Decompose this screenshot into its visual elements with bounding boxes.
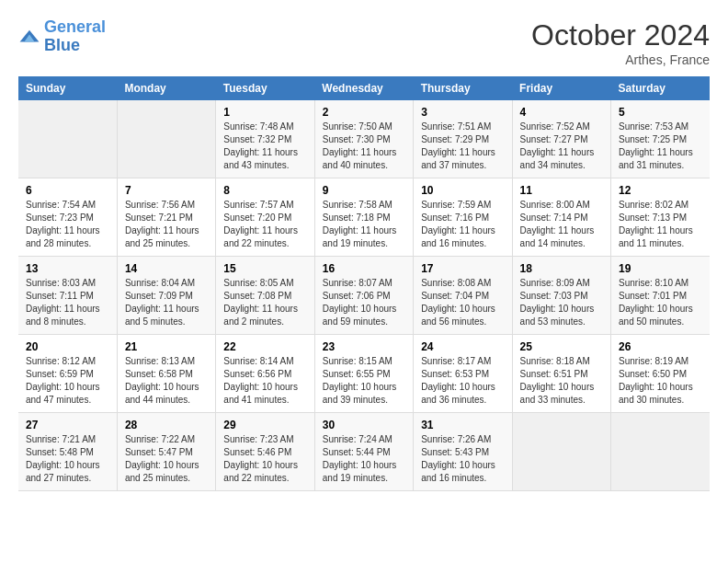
cell-w1-d2 [117, 100, 215, 178]
day-info: Sunrise: 8:08 AMSunset: 7:04 PMDaylight:… [421, 277, 504, 328]
sunset-text: Sunset: 6:59 PM [26, 368, 109, 381]
day-info: Sunrise: 7:52 AMSunset: 7:27 PMDaylight:… [520, 121, 603, 172]
sunset-text: Sunset: 7:32 PM [223, 133, 306, 146]
sunset-text: Sunset: 7:27 PM [520, 133, 603, 146]
day-number: 2 [323, 106, 405, 119]
day-number: 15 [223, 262, 306, 275]
sunrise-text: Sunrise: 7:51 AM [421, 121, 504, 133]
cell-w5-d5: 31Sunrise: 7:26 AMSunset: 5:43 PMDayligh… [414, 413, 512, 491]
sunset-text: Sunset: 7:11 PM [26, 290, 109, 303]
daylight-text: Daylight: 11 hours and 2 minutes. [223, 303, 306, 328]
sunrise-text: Sunrise: 7:58 AM [323, 199, 405, 212]
day-number: 29 [223, 419, 306, 431]
sunset-text: Sunset: 7:13 PM [619, 212, 702, 224]
sunset-text: Sunset: 5:47 PM [125, 446, 208, 459]
day-info: Sunrise: 7:58 AMSunset: 7:18 PMDaylight:… [323, 199, 405, 250]
day-number: 1 [223, 106, 306, 119]
sunset-text: Sunset: 6:55 PM [323, 368, 405, 381]
sunrise-text: Sunrise: 7:56 AM [125, 199, 208, 212]
month-title: October 2024 [531, 18, 710, 52]
daylight-text: Daylight: 10 hours and 53 minutes. [520, 303, 603, 328]
sunset-text: Sunset: 6:50 PM [619, 368, 702, 381]
sunrise-text: Sunrise: 8:08 AM [421, 277, 504, 290]
day-info: Sunrise: 7:22 AMSunset: 5:47 PMDaylight:… [125, 433, 208, 485]
cell-w5-d3: 29Sunrise: 7:23 AMSunset: 5:46 PMDayligh… [216, 413, 314, 491]
sunrise-text: Sunrise: 8:04 AM [125, 277, 208, 290]
header-thursday: Thursday [414, 76, 512, 100]
sunrise-text: Sunrise: 8:07 AM [323, 277, 405, 290]
cell-w3-d2: 14Sunrise: 8:04 AMSunset: 7:09 PMDayligh… [117, 257, 215, 335]
day-number: 21 [125, 340, 208, 353]
sunrise-text: Sunrise: 7:53 AM [619, 121, 702, 133]
sunrise-text: Sunrise: 8:00 AM [520, 199, 603, 212]
sunset-text: Sunset: 6:51 PM [520, 368, 603, 381]
daylight-text: Daylight: 11 hours and 34 minutes. [520, 146, 603, 172]
daylight-text: Daylight: 10 hours and 39 minutes. [323, 381, 405, 407]
day-number: 3 [421, 106, 504, 119]
day-number: 17 [421, 262, 504, 275]
sunrise-text: Sunrise: 7:50 AM [323, 121, 405, 133]
sunrise-text: Sunrise: 7:22 AM [125, 433, 208, 446]
sunset-text: Sunset: 7:30 PM [323, 133, 405, 146]
sunset-text: Sunset: 7:20 PM [223, 212, 306, 224]
day-info: Sunrise: 7:23 AMSunset: 5:46 PMDaylight:… [223, 433, 306, 485]
day-info: Sunrise: 8:03 AMSunset: 7:11 PMDaylight:… [26, 277, 109, 328]
day-info: Sunrise: 7:51 AMSunset: 7:29 PMDaylight:… [421, 121, 504, 172]
cell-w3-d7: 19Sunrise: 8:10 AMSunset: 7:01 PMDayligh… [611, 257, 710, 335]
cell-w2-d4: 9Sunrise: 7:58 AMSunset: 7:18 PMDaylight… [314, 178, 413, 257]
day-info: Sunrise: 7:53 AMSunset: 7:25 PMDaylight:… [619, 121, 702, 172]
week-row-4: 20Sunrise: 8:12 AMSunset: 6:59 PMDayligh… [18, 335, 710, 413]
day-info: Sunrise: 8:13 AMSunset: 6:58 PMDaylight:… [125, 355, 208, 407]
day-number: 4 [520, 106, 603, 119]
day-info: Sunrise: 7:21 AMSunset: 5:48 PMDaylight:… [26, 433, 109, 485]
cell-w3-d4: 16Sunrise: 8:07 AMSunset: 7:06 PMDayligh… [314, 257, 413, 335]
day-number: 13 [26, 262, 109, 275]
cell-w2-d6: 11Sunrise: 8:00 AMSunset: 7:14 PMDayligh… [512, 178, 610, 257]
day-number: 19 [619, 262, 702, 275]
cell-w2-d2: 7Sunrise: 7:56 AMSunset: 7:21 PMDaylight… [117, 178, 215, 257]
daylight-text: Daylight: 10 hours and 16 minutes. [421, 459, 504, 485]
sunset-text: Sunset: 7:23 PM [26, 212, 109, 224]
daylight-text: Daylight: 11 hours and 14 minutes. [520, 224, 603, 250]
day-number: 24 [421, 340, 504, 353]
cell-w1-d6: 4Sunrise: 7:52 AMSunset: 7:27 PMDaylight… [512, 100, 610, 178]
sunrise-text: Sunrise: 8:02 AM [619, 199, 702, 212]
day-info: Sunrise: 8:17 AMSunset: 6:53 PMDaylight:… [421, 355, 504, 407]
cell-w1-d4: 2Sunrise: 7:50 AMSunset: 7:30 PMDaylight… [314, 100, 413, 178]
daylight-text: Daylight: 10 hours and 47 minutes. [26, 381, 109, 407]
sunrise-text: Sunrise: 7:48 AM [223, 121, 306, 133]
header-sunday: Sunday [18, 76, 117, 100]
sunrise-text: Sunrise: 8:13 AM [125, 355, 208, 368]
daylight-text: Daylight: 10 hours and 50 minutes. [619, 303, 702, 328]
day-number: 8 [223, 184, 306, 197]
cell-w5-d1: 27Sunrise: 7:21 AMSunset: 5:48 PMDayligh… [18, 413, 117, 491]
daylight-text: Daylight: 10 hours and 25 minutes. [125, 459, 208, 485]
sunrise-text: Sunrise: 8:19 AM [619, 355, 702, 368]
header-wednesday: Wednesday [314, 76, 413, 100]
day-number: 28 [125, 419, 208, 431]
day-number: 10 [421, 184, 504, 197]
sunset-text: Sunset: 7:29 PM [421, 133, 504, 146]
day-number: 14 [125, 262, 208, 275]
sunrise-text: Sunrise: 7:26 AM [421, 433, 504, 446]
page-header: General Blue October 2024 Arthes, France [18, 18, 710, 67]
sunset-text: Sunset: 5:48 PM [26, 446, 109, 459]
daylight-text: Daylight: 11 hours and 28 minutes. [26, 224, 109, 250]
sunset-text: Sunset: 7:04 PM [421, 290, 504, 303]
cell-w1-d7: 5Sunrise: 7:53 AMSunset: 7:25 PMDaylight… [611, 100, 710, 178]
day-number: 5 [619, 106, 702, 119]
daylight-text: Daylight: 11 hours and 11 minutes. [619, 224, 702, 250]
day-number: 7 [125, 184, 208, 197]
sunrise-text: Sunrise: 7:57 AM [223, 199, 306, 212]
week-row-2: 6Sunrise: 7:54 AMSunset: 7:23 PMDaylight… [18, 178, 710, 257]
cell-w2-d3: 8Sunrise: 7:57 AMSunset: 7:20 PMDaylight… [216, 178, 314, 257]
week-row-1: 1Sunrise: 7:48 AMSunset: 7:32 PMDaylight… [18, 100, 710, 178]
day-info: Sunrise: 8:05 AMSunset: 7:08 PMDaylight:… [223, 277, 306, 328]
sunrise-text: Sunrise: 8:12 AM [26, 355, 109, 368]
cell-w5-d4: 30Sunrise: 7:24 AMSunset: 5:44 PMDayligh… [314, 413, 413, 491]
day-number: 31 [421, 419, 504, 431]
header-monday: Monday [117, 76, 215, 100]
calendar-table: Sunday Monday Tuesday Wednesday Thursday… [18, 76, 710, 491]
sunset-text: Sunset: 6:53 PM [421, 368, 504, 381]
sunrise-text: Sunrise: 7:52 AM [520, 121, 603, 133]
